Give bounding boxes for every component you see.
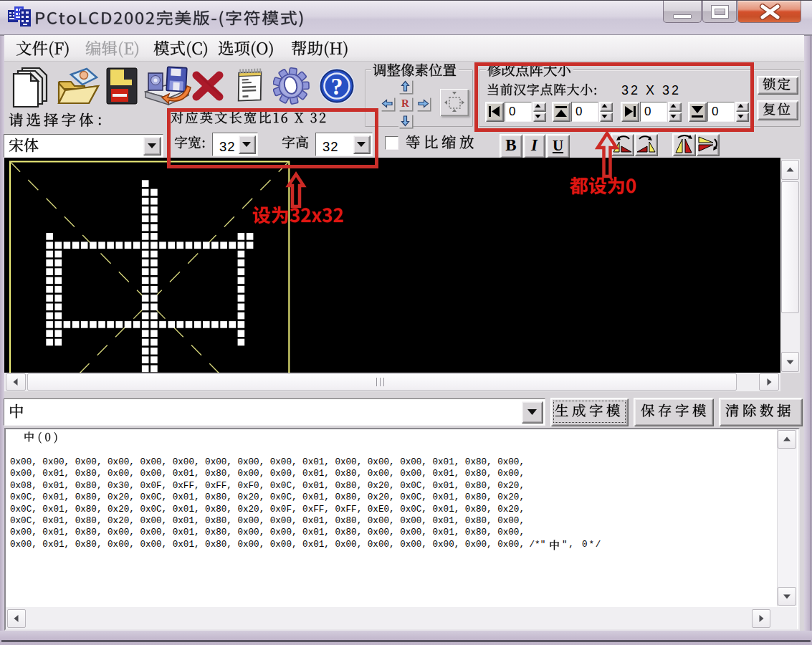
svg-text:?: ? [331, 73, 343, 100]
